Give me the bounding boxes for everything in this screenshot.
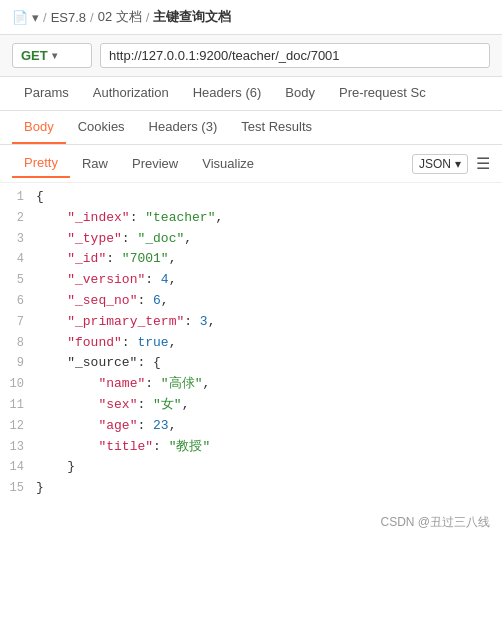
url-bar: GET ▾ xyxy=(0,35,502,77)
line-content: "sex": "女", xyxy=(36,395,502,416)
line-content: "_type": "_doc", xyxy=(36,229,502,250)
tab-authorization[interactable]: Authorization xyxy=(81,77,181,110)
line-number: 10 xyxy=(0,374,36,394)
json-content: 1{2 "_index": "teacher",3 "_type": "_doc… xyxy=(0,183,502,503)
json-format-label: JSON xyxy=(419,157,451,171)
folder-icon: 📄 xyxy=(12,10,28,25)
line-number: 11 xyxy=(0,395,36,415)
line-number: 2 xyxy=(0,208,36,228)
tab-headers[interactable]: Headers (6) xyxy=(181,77,274,110)
line-content: { xyxy=(36,187,502,208)
json-format-chevron: ▾ xyxy=(455,157,461,171)
breadcrumb-sep: / xyxy=(43,10,47,25)
json-format-select[interactable]: JSON ▾ xyxy=(412,154,468,174)
line-number: 7 xyxy=(0,312,36,332)
line-content: } xyxy=(36,478,502,499)
json-line: 13 "title": "教授" xyxy=(0,437,502,458)
line-content: "age": 23, xyxy=(36,416,502,437)
json-line: 9 "_source": { xyxy=(0,353,502,374)
ftab-preview[interactable]: Preview xyxy=(120,150,190,177)
line-content: "_source": { xyxy=(36,353,502,374)
line-content: "_version": 4, xyxy=(36,270,502,291)
line-content: "_index": "teacher", xyxy=(36,208,502,229)
json-line: 6 "_seq_no": 6, xyxy=(0,291,502,312)
json-content-area: 1{2 "_index": "teacher",3 "_type": "_doc… xyxy=(0,183,502,543)
json-line: 1{ xyxy=(0,187,502,208)
tab-response-body[interactable]: Body xyxy=(12,111,66,144)
json-line: 7 "_primary_term": 3, xyxy=(0,312,502,333)
tab-params[interactable]: Params xyxy=(12,77,81,110)
breadcrumb-bar: 📄 ▾ / ES7.8 / 02 文档 / 主键查询文档 xyxy=(0,0,502,35)
ftab-pretty[interactable]: Pretty xyxy=(12,149,70,178)
json-line: 2 "_index": "teacher", xyxy=(0,208,502,229)
line-content: "_primary_term": 3, xyxy=(36,312,502,333)
tab-response-cookies[interactable]: Cookies xyxy=(66,111,137,144)
line-number: 4 xyxy=(0,249,36,269)
line-content: "_id": "7001", xyxy=(36,249,502,270)
line-content: "name": "高俅", xyxy=(36,374,502,395)
line-number: 13 xyxy=(0,437,36,457)
breadcrumb-sep3: / xyxy=(146,10,150,25)
format-bar: Pretty Raw Preview Visualize JSON ▾ ☰ xyxy=(0,145,502,183)
json-line: 11 "sex": "女", xyxy=(0,395,502,416)
breadcrumb-chevron[interactable]: ▾ xyxy=(32,10,39,25)
request-tabs: Params Authorization Headers (6) Body Pr… xyxy=(0,77,502,111)
line-content: "_seq_no": 6, xyxy=(36,291,502,312)
json-line: 12 "age": 23, xyxy=(0,416,502,437)
json-line: 15} xyxy=(0,478,502,499)
breadcrumb-item-2[interactable]: 02 文档 xyxy=(98,8,142,26)
ftab-raw[interactable]: Raw xyxy=(70,150,120,177)
line-number: 1 xyxy=(0,187,36,207)
filter-icon[interactable]: ☰ xyxy=(476,154,490,173)
line-content: } xyxy=(36,457,502,478)
json-line: 4 "_id": "7001", xyxy=(0,249,502,270)
line-number: 15 xyxy=(0,478,36,498)
response-tabs: Body Cookies Headers (3) Test Results xyxy=(0,111,502,145)
line-number: 12 xyxy=(0,416,36,436)
tab-prerequest[interactable]: Pre-request Sc xyxy=(327,77,438,110)
line-content: "title": "教授" xyxy=(36,437,502,458)
line-number: 8 xyxy=(0,333,36,353)
tab-response-headers[interactable]: Headers (3) xyxy=(137,111,230,144)
line-number: 9 xyxy=(0,353,36,373)
breadcrumb-item-1[interactable]: ES7.8 xyxy=(51,10,86,25)
breadcrumb-item-3: 主键查询文档 xyxy=(153,8,231,26)
method-chevron: ▾ xyxy=(52,50,57,61)
json-line: 5 "_version": 4, xyxy=(0,270,502,291)
url-input[interactable] xyxy=(100,43,490,68)
method-label: GET xyxy=(21,48,48,63)
tab-body[interactable]: Body xyxy=(273,77,327,110)
tab-response-testresults[interactable]: Test Results xyxy=(229,111,324,144)
method-select[interactable]: GET ▾ xyxy=(12,43,92,68)
line-number: 6 xyxy=(0,291,36,311)
watermark: CSDN @丑过三八线 xyxy=(380,514,490,531)
json-line: 3 "_type": "_doc", xyxy=(0,229,502,250)
json-line: 14 } xyxy=(0,457,502,478)
line-content: "found": true, xyxy=(36,333,502,354)
line-number: 14 xyxy=(0,457,36,477)
line-number: 3 xyxy=(0,229,36,249)
json-line: 10 "name": "高俅", xyxy=(0,374,502,395)
json-line: 8 "found": true, xyxy=(0,333,502,354)
line-number: 5 xyxy=(0,270,36,290)
ftab-visualize[interactable]: Visualize xyxy=(190,150,266,177)
breadcrumb-sep2: / xyxy=(90,10,94,25)
